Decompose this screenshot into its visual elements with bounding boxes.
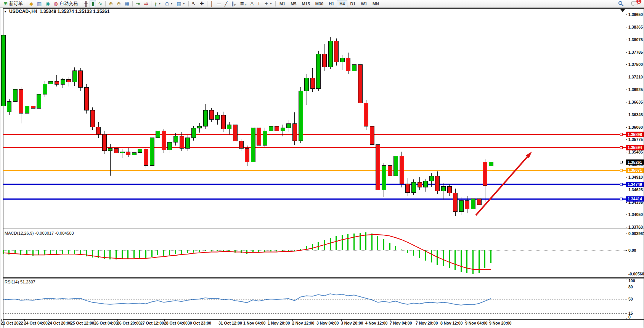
time-tick-label: 26 Oct 20:00 [117, 321, 141, 325]
chart-area[interactable]: 1.386501.383651.380751.377851.375001.372… [0, 8, 644, 328]
periods-button[interactable]: ◷▼ [163, 0, 175, 7]
autotrade-button[interactable]: ◍自动交易 [52, 0, 80, 7]
text-button[interactable]: A [248, 0, 255, 7]
toolbar-separator [105, 1, 106, 6]
timeframe-m1-button[interactable]: M1 [277, 0, 288, 7]
timeframe-h4-button[interactable]: H4 [337, 0, 347, 7]
candle [340, 55, 344, 70]
line-handle[interactable] [620, 133, 623, 136]
candle [126, 148, 130, 157]
candle [394, 153, 398, 181]
candles [1, 34, 493, 216]
chart-frame [0, 8, 644, 328]
shapes-button[interactable]: ✦▼ [262, 0, 274, 7]
price-label-text: 1.35898 [628, 132, 642, 137]
candle [1, 34, 5, 109]
candle [424, 179, 428, 192]
candle [198, 123, 202, 133]
vertical-line-button[interactable]: │ [209, 0, 215, 7]
candle [132, 151, 136, 160]
macd-panel: 0.0039610.00-0.005601 [3, 231, 644, 276]
channel-button[interactable]: ∥E [230, 0, 238, 7]
line-chart-button[interactable]: ∿ [96, 0, 104, 7]
candle [227, 122, 231, 134]
chart-shift-button[interactable]: ⇥ [134, 0, 142, 7]
macd-bar [342, 235, 343, 250]
search-button[interactable] [616, 0, 626, 7]
horizontal-line-1.35071[interactable]: 1.35071 [3, 168, 644, 173]
timeframe-h1-button[interactable]: H1 [326, 0, 337, 7]
price-chart-svg[interactable]: 1.386501.383651.380751.377851.375001.372… [0, 8, 644, 328]
candlestick-chart-button[interactable]: ▮ [90, 0, 96, 7]
tile-windows-button[interactable]: ▦ [123, 0, 131, 7]
macd-bar [347, 234, 348, 250]
timeframe-mn-button[interactable]: MN [370, 0, 382, 7]
trendline-button[interactable]: ╱ [223, 0, 230, 7]
horizontal-line-1.35594[interactable]: 1.35594 [3, 145, 644, 150]
line-handle[interactable] [620, 198, 623, 200]
candle [453, 189, 458, 216]
macd-bar [62, 250, 63, 254]
indicators-button[interactable]: ƒ▼ [153, 0, 163, 7]
timeframe-m15-button[interactable]: M15 [299, 0, 312, 7]
time-tick-label: 24 Oct 20:00 [48, 321, 71, 325]
horizontal-line-1.34749[interactable]: 1.34749 [3, 182, 644, 187]
new-order-button[interactable]: ⊞新订单 [2, 0, 25, 7]
price-tick-label: 1.36060 [628, 125, 643, 130]
macd-bar [395, 246, 396, 250]
timeframe-m30-button[interactable]: M30 [313, 0, 326, 7]
candle [156, 128, 160, 141]
price-label-text: 1.35594 [628, 145, 642, 150]
time-axis[interactable]: 21 Oct 202224 Oct 04:0024 Oct 20:0025 Oc… [1, 319, 512, 325]
line-handle[interactable] [620, 146, 623, 149]
zoom-out-button[interactable]: ⊖ [115, 0, 123, 7]
chart-shift-marker[interactable] [620, 9, 625, 12]
fibonacci-icon: ≣ [240, 1, 244, 6]
macd-bar [454, 250, 456, 270]
bar-chart-button[interactable]: ╫ [82, 0, 90, 7]
candle [7, 99, 11, 115]
text-label-button[interactable]: T [255, 0, 262, 7]
chart-ohlc-values: 1.35348 1.35374 1.35133 1.35261 [40, 9, 110, 14]
horizontal-line-icon: ─ [217, 1, 221, 6]
horizontal-line-1.35261[interactable]: 1.35261 [3, 160, 644, 165]
candle [55, 75, 59, 86]
macd-bar [68, 250, 69, 254]
candle [31, 99, 35, 110]
cursor-button[interactable]: ↖ [190, 0, 198, 7]
price-tick-label: 1.38075 [628, 37, 643, 42]
vertical-line-icon: │ [210, 1, 214, 6]
auto-scroll-button[interactable]: ⇉ [142, 0, 150, 7]
macd-bar [484, 250, 485, 268]
horizontal-line-1.34414[interactable]: 1.34414 [3, 196, 644, 202]
templates-button[interactable]: ▨▼ [175, 0, 187, 7]
macd-bar [56, 250, 57, 254]
macd-bar [401, 250, 402, 250]
macd-bar [133, 250, 135, 258]
timeframe-m5-button[interactable]: M5 [288, 0, 299, 7]
candle [263, 128, 267, 147]
price-label-text: 1.34749 [628, 182, 642, 187]
horizontal-line-button[interactable]: ─ [215, 0, 223, 7]
tile-windows-icon: ▦ [125, 1, 129, 6]
rsi-tick-label: 0 [628, 315, 631, 319]
search-icon [618, 1, 624, 6]
timeframe-d1-button[interactable]: D1 [347, 0, 358, 7]
signals-button[interactable]: ◉ [43, 0, 51, 7]
line-handle[interactable] [620, 169, 623, 171]
market-watch-button[interactable]: ▥ [35, 0, 43, 7]
fibonacci-button[interactable]: ≣F [238, 0, 249, 7]
line-handle[interactable] [620, 161, 623, 163]
zoom-in-button[interactable]: ⊕ [107, 0, 115, 7]
candle [406, 178, 410, 196]
cursor-icon: ↖ [192, 1, 196, 6]
crosshair-button[interactable]: ✚ [198, 0, 206, 7]
notifications-button[interactable]: 1 [630, 0, 639, 7]
candle [221, 112, 225, 132]
open-chart-button[interactable]: ◆ [27, 0, 35, 7]
line-handle[interactable] [620, 183, 623, 186]
candle [316, 51, 321, 91]
timeframe-w1-button[interactable]: W1 [358, 0, 370, 7]
candle [257, 122, 261, 149]
candle [382, 163, 386, 197]
